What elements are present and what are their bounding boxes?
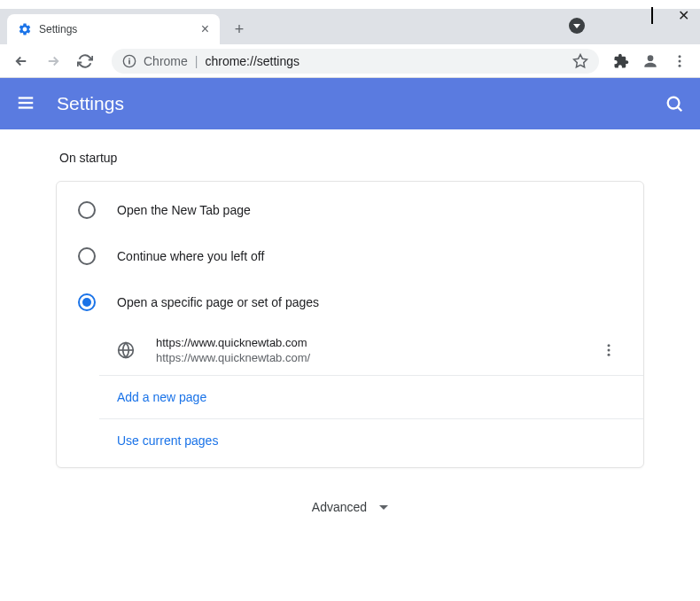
svg-point-15 [608,344,611,347]
startup-option-newtab[interactable]: Open the New Tab page [57,187,643,233]
address-bar[interactable]: Chrome | chrome://settings [112,49,599,74]
section-title: On startup [59,151,644,165]
tab-close-button[interactable]: × [201,21,209,37]
startup-page-item: https://www.quicknewtab.com https://www.… [99,325,643,376]
omnibox-url: chrome://settings [205,54,299,68]
svg-point-5 [679,55,681,58]
svg-line-12 [678,107,681,111]
svg-point-6 [679,59,681,62]
page-header: Settings [0,78,700,129]
globe-icon [117,341,135,359]
radio-icon [78,293,96,311]
svg-point-7 [679,64,681,66]
add-new-page-link[interactable]: Add a new page [99,376,643,419]
svg-point-4 [648,55,654,61]
maximize-button[interactable] [651,8,653,24]
chevron-down-icon [569,18,585,34]
radio-label: Open the New Tab page [117,203,251,217]
window-controls: ✕ [626,7,689,24]
profile-icon[interactable] [642,52,659,70]
toolbar: Chrome | chrome://settings [0,44,700,78]
omnibox-scheme: Chrome [144,54,188,68]
tab-settings[interactable]: Settings × [7,14,220,44]
page-item-url: https://www.quicknewtab.com/ [156,351,595,364]
tab-title: Settings [39,23,194,35]
startup-card: Open the New Tab page Continue where you… [56,181,644,468]
page-item-menu-button[interactable] [595,342,622,358]
svg-marker-3 [574,54,587,66]
back-button[interactable] [9,49,34,74]
page-title: Settings [57,93,124,114]
info-icon [122,54,136,68]
radio-icon [78,201,96,219]
hamburger-menu-icon[interactable] [16,93,37,114]
kebab-menu-icon[interactable] [672,53,688,69]
radio-label: Open a specific page or set of pages [117,295,319,309]
content-area: On startup Open the New Tab page Continu… [0,129,700,601]
startup-option-continue[interactable]: Continue where you left off [57,233,643,279]
search-icon[interactable] [665,94,684,113]
radio-icon [78,247,96,265]
bookmark-star-icon[interactable] [572,53,588,69]
startup-option-specific[interactable]: Open a specific page or set of pages [57,279,643,325]
gear-icon [18,22,32,36]
omnibox-separator: | [195,54,198,68]
svg-point-16 [608,349,611,352]
svg-point-17 [608,354,611,356]
titlebar [0,0,700,9]
tab-strip: Settings × + [0,9,700,44]
chevron-down-icon [379,505,388,510]
use-current-pages-link[interactable]: Use current pages [99,419,643,462]
forward-button[interactable] [41,49,66,74]
advanced-toggle[interactable]: Advanced [56,468,644,535]
startup-pages-list: https://www.quicknewtab.com https://www.… [57,325,643,462]
svg-point-11 [668,98,680,109]
new-tab-button[interactable]: + [227,17,252,42]
advanced-label: Advanced [312,500,367,514]
close-window-button[interactable]: ✕ [678,7,689,24]
radio-label: Continue where you left off [117,249,264,263]
reload-button[interactable] [73,49,97,74]
page-item-title: https://www.quicknewtab.com [156,336,595,349]
tabs-dropdown[interactable] [569,18,585,34]
extensions-icon[interactable] [613,53,629,69]
